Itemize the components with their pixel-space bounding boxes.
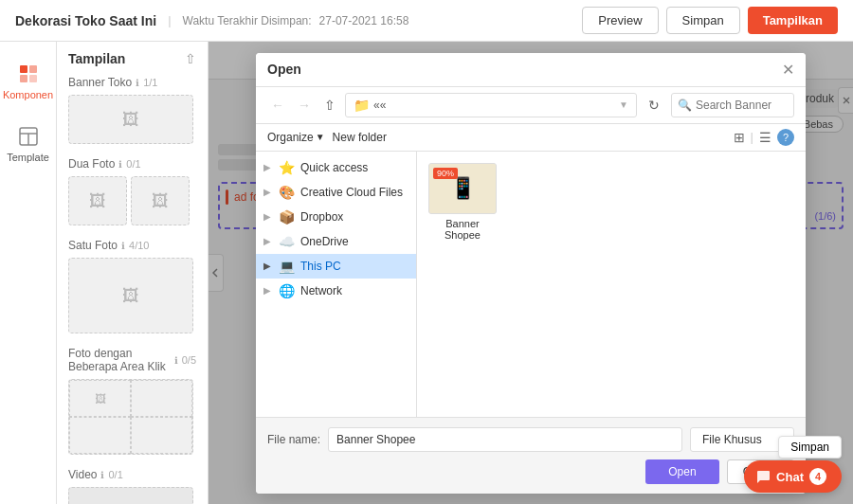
- file-thumb-percent: 90%: [433, 168, 458, 179]
- image-icon-left: 🖼: [89, 191, 106, 211]
- dialog-actions: Open Cancel: [267, 459, 794, 484]
- section-title-banner-toko: Banner Toko ℹ 1/1: [68, 76, 196, 89]
- page-title: Dekorasi Toko Saat Ini: [15, 13, 156, 28]
- banner-toko-placeholder[interactable]: 🖼: [68, 95, 193, 144]
- sidebar: Komponen Template: [0, 42, 57, 504]
- content-panel: Tampilan ⇧ Banner Toko ℹ 1/1 🖼 Dua Foto …: [57, 42, 209, 504]
- simpan-button[interactable]: Simpan: [666, 7, 740, 34]
- creative-cloud-icon: 🎨: [279, 185, 295, 200]
- preview-button[interactable]: Preview: [582, 7, 658, 34]
- topbar-right: Preview Simpan Tampilkan: [582, 7, 838, 34]
- organize-chevron-icon: ▼: [316, 132, 325, 142]
- search-box: 🔍: [671, 93, 794, 117]
- help-button[interactable]: ?: [777, 129, 794, 146]
- right-area: Toko Produk Kategori gori produk Bebas a…: [209, 42, 853, 504]
- section-satu-foto: Satu Foto ℹ 4/10 🖼: [57, 235, 208, 343]
- chat-badge: 4: [809, 468, 826, 485]
- svg-rect-1: [29, 65, 37, 73]
- section-foto-area: Foto dengan Beberapa Area Klik ℹ 0/5 🖼: [57, 343, 208, 464]
- topbar-timestamp: 27-07-2021 16:58: [319, 14, 409, 27]
- image-placeholder-icon: 🖼: [122, 110, 139, 130]
- image-icon-right: 🖼: [152, 191, 169, 211]
- satu-foto-icon: 🖼: [122, 286, 139, 306]
- network-chevron: ▶: [263, 285, 273, 296]
- komponen-icon: [15, 61, 42, 87]
- dialog-overlay: Open ✕ ← → ⇧ 📁 «« ▼ ↻ 🔍: [209, 42, 853, 504]
- tampilkan-button[interactable]: Tampilkan: [748, 7, 838, 34]
- address-text: ««: [373, 99, 615, 112]
- tree-item-quick-access[interactable]: ▶ ⭐ Quick access: [256, 155, 416, 180]
- nav-back-button[interactable]: ←: [267, 96, 288, 115]
- file-item-banner-shopee[interactable]: 90% 📱 Banner Shopee: [425, 159, 500, 244]
- view-list-button[interactable]: ☰: [757, 128, 773, 147]
- creative-cloud-chevron: ▶: [263, 187, 273, 197]
- onedrive-icon: ☁️: [279, 234, 295, 249]
- dialog-bottom: File name: File Khusus Open Cancel: [256, 417, 806, 494]
- topbar-left: Dekorasi Toko Saat Ini | Waktu Terakhir …: [15, 13, 408, 28]
- organize-button[interactable]: Organize ▼: [267, 131, 325, 144]
- tree-item-dropbox[interactable]: ▶ 📦 Dropbox: [256, 205, 416, 229]
- file-list: 90% 📱 Banner Shopee: [417, 152, 806, 417]
- quick-access-icon: ⭐: [279, 160, 295, 175]
- address-bar: 📁 «« ▼: [345, 93, 637, 117]
- network-icon: 🌐: [279, 283, 295, 298]
- sidebar-item-template[interactable]: Template: [4, 116, 53, 171]
- chat-button[interactable]: Chat 4: [744, 460, 842, 493]
- section-title-video: Video ℹ 0/1: [68, 468, 196, 481]
- onedrive-chevron: ▶: [263, 236, 273, 246]
- area-cell-1: 🖼: [69, 380, 131, 417]
- area-cell-3: [69, 417, 131, 454]
- svg-rect-2: [20, 75, 27, 82]
- open-dialog: Open ✕ ← → ⇧ 📁 «« ▼ ↻ 🔍: [256, 53, 806, 494]
- new-folder-button[interactable]: New folder: [333, 131, 387, 144]
- section-banner-toko: Banner Toko ℹ 1/1 🖼: [57, 72, 208, 153]
- video-placeholder[interactable]: ▶: [68, 487, 193, 504]
- main-area: Komponen Template Tampilan ⇧ Banner Toko…: [0, 42, 853, 504]
- panel-title: Tampilan: [68, 51, 125, 66]
- play-icon: ▶: [123, 499, 139, 504]
- section-video: Video ℹ 0/1 ▶: [57, 464, 208, 504]
- template-icon: [15, 123, 42, 150]
- simpan-float-button[interactable]: Simpan: [778, 436, 842, 459]
- foto-area-grid[interactable]: 🖼: [68, 379, 193, 455]
- file-phone-icon: 📱: [450, 176, 476, 201]
- nav-up-button[interactable]: ⇧: [320, 96, 339, 115]
- dialog-view-toolbar: Organize ▼ New folder ⊞ | ☰ ?: [256, 124, 806, 152]
- tree-item-network[interactable]: ▶ 🌐 Network: [256, 279, 416, 303]
- view-toolbar-left: Organize ▼ New folder: [267, 131, 387, 144]
- satu-foto-placeholder[interactable]: 🖼: [68, 258, 193, 333]
- area-cell-2: [131, 380, 192, 417]
- nav-forward-button[interactable]: →: [294, 96, 315, 115]
- filename-input[interactable]: [328, 427, 682, 452]
- section-dua-foto: Dua Foto ℹ 0/1 🖼 🖼: [57, 153, 208, 235]
- filename-row: File name: File Khusus: [267, 427, 794, 452]
- folder-icon: 📁: [354, 98, 370, 113]
- dialog-content: ▶ ⭐ Quick access ▶ 🎨 Creative Cloud File…: [256, 152, 806, 417]
- search-input[interactable]: [696, 99, 788, 112]
- search-icon: 🔍: [678, 99, 692, 112]
- area-cell-4: [131, 417, 192, 454]
- dropbox-icon: 📦: [279, 209, 295, 225]
- chat-icon: [755, 469, 771, 484]
- topbar-timestamp-label: Waktu Terakhir Disimpan:: [183, 14, 312, 27]
- tree-item-this-pc[interactable]: ▶ 💻 This PC: [256, 254, 416, 279]
- tree-item-creative-cloud[interactable]: ▶ 🎨 Creative Cloud Files: [256, 180, 416, 205]
- dialog-close-button[interactable]: ✕: [782, 61, 794, 79]
- dialog-titlebar: Open ✕: [256, 53, 806, 87]
- dua-foto-right[interactable]: 🖼: [131, 176, 190, 225]
- dua-foto-grid: 🖼 🖼: [68, 176, 196, 225]
- collapse-arrow[interactable]: ⇧: [185, 51, 196, 66]
- panel-header: Tampilan ⇧: [57, 42, 208, 72]
- open-button[interactable]: Open: [645, 459, 718, 484]
- dialog-title: Open: [267, 62, 301, 77]
- tree-item-onedrive[interactable]: ▶ ☁️ OneDrive: [256, 229, 416, 254]
- sidebar-item-komponen-label: Komponen: [3, 89, 53, 100]
- svg-rect-3: [29, 75, 37, 82]
- view-grid-button[interactable]: ⊞: [732, 128, 747, 147]
- view-toolbar-right: ⊞ | ☰ ?: [732, 128, 794, 147]
- sidebar-item-komponen[interactable]: Komponen: [4, 53, 53, 108]
- dua-foto-left[interactable]: 🖼: [68, 176, 127, 225]
- refresh-button[interactable]: ↻: [643, 96, 665, 115]
- dialog-nav-toolbar: ← → ⇧ 📁 «« ▼ ↻ 🔍: [256, 87, 806, 124]
- topbar-separator: |: [168, 13, 171, 27]
